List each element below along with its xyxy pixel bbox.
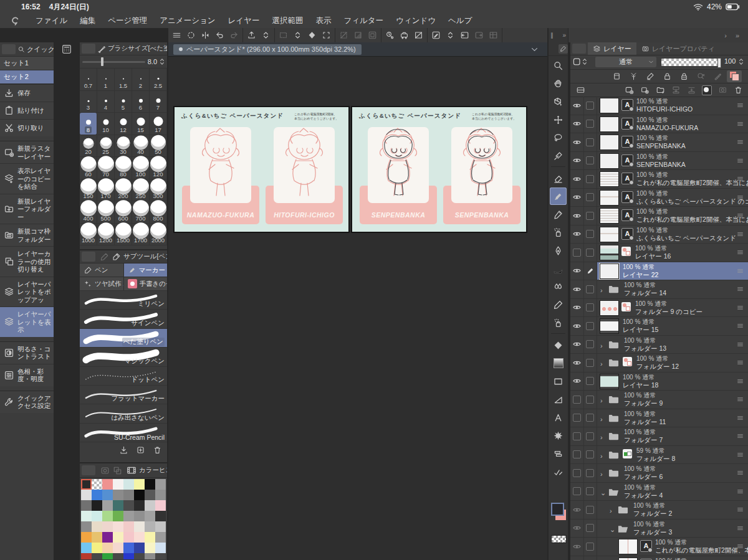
brush-size-cell[interactable]: 5 <box>115 91 132 113</box>
menu-item[interactable]: レイヤー <box>222 16 266 26</box>
eye-icon[interactable] <box>570 501 583 519</box>
expand-down-icon[interactable]: ⌄ <box>610 526 615 534</box>
color-swatch[interactable] <box>155 500 166 511</box>
color-swatch[interactable] <box>92 479 102 490</box>
layer-checkbox[interactable] <box>583 133 597 151</box>
sub-tool-item[interactable]: べた塗りペン <box>80 328 167 347</box>
invert-select-icon[interactable] <box>353 31 363 40</box>
brush-size-cell[interactable]: 10 <box>97 113 115 135</box>
touch-gesture-icon[interactable] <box>186 31 196 40</box>
layer-checkbox[interactable] <box>583 336 597 354</box>
brush-size-cell[interactable]: 17 <box>150 113 167 135</box>
row-menu-icon[interactable] <box>736 469 744 477</box>
row-menu-icon[interactable] <box>736 230 744 238</box>
brush-size-cell[interactable]: 7 <box>150 91 167 113</box>
fill-tool[interactable] <box>550 336 567 354</box>
row-menu-icon[interactable] <box>736 414 744 422</box>
layer-row[interactable]: A100 % 通常HITOFURI-ICHIGO <box>570 97 748 115</box>
row-menu-icon[interactable] <box>736 322 744 330</box>
quick-access-item[interactable]: 切り取り <box>0 119 54 136</box>
layer-row[interactable]: ⌄100 % 通常フォルダー 3 <box>570 520 748 538</box>
expand-palette-icon[interactable]: » <box>562 32 566 39</box>
sub-tool-item[interactable]: SU-Cream Pencil <box>80 423 167 442</box>
eye-icon[interactable] <box>570 538 583 556</box>
chevron-down-icon[interactable] <box>530 45 539 54</box>
quick-access-item[interactable]: レイヤーパレットを表示 <box>0 306 54 337</box>
color-swatch[interactable] <box>92 521 102 532</box>
gradient-tool[interactable] <box>550 354 567 372</box>
layer-palette-tab[interactable]: レイヤー <box>588 42 636 55</box>
layer-row[interactable]: ⌄100 % 通常フォルダー 4 <box>570 483 748 501</box>
color-swatch[interactable] <box>134 532 145 543</box>
undo-icon[interactable] <box>215 31 224 40</box>
layer-visibility-toggle[interactable] <box>570 446 583 464</box>
color-swatch[interactable] <box>81 543 92 553</box>
brush-size-cell[interactable]: 1 <box>97 69 115 91</box>
color-swatch[interactable] <box>81 521 92 532</box>
layer-row[interactable]: ›100 % 通常フォルダー 2 <box>570 501 748 520</box>
canvas-page[interactable]: ふくら&いちご ペーパースタンドこれが私の電脳屋敷町2開催、本当におめでとうござ… <box>173 106 350 233</box>
brush-size-cell[interactable]: 50 <box>150 135 167 158</box>
color-swatch[interactable] <box>145 490 155 500</box>
row-menu-icon[interactable] <box>736 377 744 385</box>
apply-mask-icon[interactable] <box>715 84 730 96</box>
stepper-icon[interactable] <box>261 31 271 40</box>
palette-combo-icon[interactable] <box>572 57 587 67</box>
color-swatch[interactable] <box>145 532 155 543</box>
pen-settings-icon[interactable] <box>431 31 441 40</box>
palette-grid-icon[interactable] <box>61 44 72 55</box>
layer-visibility-toggle[interactable] <box>570 483 583 501</box>
draft-layer-icon[interactable] <box>643 70 658 82</box>
menu-item[interactable]: フィルター <box>337 16 390 26</box>
row-menu-icon[interactable] <box>736 303 744 311</box>
brush-size-cell[interactable]: 8 <box>80 113 97 135</box>
edit-pen-icon[interactable] <box>583 262 597 280</box>
color-swatch[interactable] <box>81 479 92 490</box>
line-correct-tool[interactable] <box>550 463 567 480</box>
row-menu-icon[interactable] <box>736 267 744 275</box>
eye-icon[interactable] <box>570 280 583 298</box>
color-swatch[interactable] <box>113 532 123 543</box>
spray-timer-icon[interactable] <box>385 31 395 40</box>
color-swatch[interactable] <box>145 553 155 559</box>
layer-row[interactable]: A100 % 通常SENPENBANKA <box>570 152 748 171</box>
palette-menu-icon[interactable] <box>572 44 586 54</box>
zoom-tool[interactable] <box>550 57 567 74</box>
transparent-color-swatch[interactable] <box>551 535 567 543</box>
delete-layer-icon[interactable] <box>731 84 746 96</box>
quick-access-set[interactable]: セット1 <box>0 57 54 70</box>
layer-visibility-toggle[interactable] <box>570 391 583 409</box>
opacity-slider[interactable] <box>661 59 721 66</box>
color-swatch[interactable] <box>102 490 113 500</box>
layer-row[interactable]: ›100 % 通常フォルダー 6 <box>570 464 748 483</box>
layer-row[interactable]: 100 % 通常レイヤー 15 <box>570 317 748 336</box>
expand-down-icon[interactable]: ⌄ <box>600 489 606 497</box>
figure-tool[interactable] <box>550 391 567 408</box>
layer-checkbox[interactable] <box>583 464 597 482</box>
brush-tool[interactable] <box>550 296 567 313</box>
layer-checkbox[interactable] <box>583 225 597 244</box>
color-swatch[interactable] <box>113 479 123 490</box>
brush-size-cell[interactable]: 2 <box>132 69 150 91</box>
color-swatch[interactable] <box>81 511 92 521</box>
layer-checkbox[interactable] <box>583 299 597 317</box>
document-tab[interactable]: ペーパースタンド* (296.00 x 100.00mm 350dpi 32.2… <box>173 44 362 55</box>
row-menu-icon[interactable] <box>736 249 744 257</box>
sub-tool-item[interactable]: マジックペン <box>80 347 167 366</box>
stepper-icon[interactable] <box>160 57 165 66</box>
camera-stand-icon[interactable] <box>400 31 409 40</box>
quick-access-item[interactable]: 表示レイヤーのコピーを結合 <box>0 163 54 194</box>
brush-size-cell[interactable]: 6 <box>132 91 150 113</box>
deselect-icon[interactable] <box>339 31 348 40</box>
palette-menu-icon[interactable] <box>82 465 95 475</box>
quick-access-item[interactable]: 新規コマ枠フォルダー <box>0 224 54 246</box>
quick-access-item[interactable]: 保存 <box>0 84 54 102</box>
brush-size-cell[interactable]: 15 <box>132 113 150 135</box>
layer-checkbox[interactable] <box>583 520 597 538</box>
brush-size-cell[interactable]: 150 <box>80 179 97 202</box>
clip-to-layer-icon[interactable] <box>609 70 624 82</box>
color-swatch[interactable] <box>92 511 102 521</box>
layer-row[interactable]: A100 % 通常SENPENBANKA <box>570 133 748 152</box>
eraser-tool[interactable] <box>550 169 567 187</box>
marker-tool[interactable] <box>550 187 567 205</box>
